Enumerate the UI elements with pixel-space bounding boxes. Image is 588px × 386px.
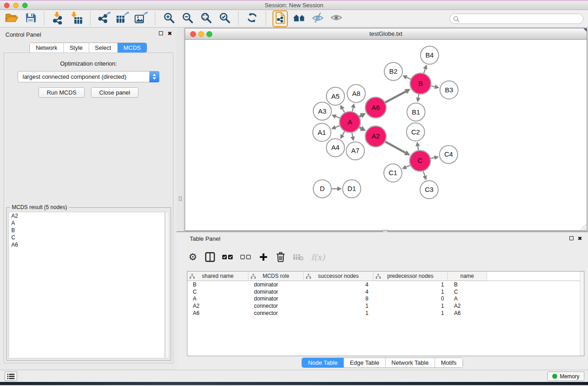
network-zoom-button[interactable]	[206, 31, 212, 37]
import-network-button[interactable]	[51, 11, 65, 26]
select-stepper[interactable]	[149, 71, 159, 82]
network-document-button[interactable]	[272, 10, 288, 27]
control-panel-float-button[interactable]	[159, 31, 163, 35]
zoom-out-button[interactable]	[180, 11, 195, 26]
network-window-titlebar[interactable]: testGlobe.txt	[185, 29, 587, 40]
table-panel-float-button[interactable]	[569, 236, 574, 240]
tab-network-table[interactable]: Network Table	[385, 358, 435, 367]
result-scrollbar[interactable]	[165, 212, 169, 358]
export-table-button[interactable]	[115, 11, 130, 26]
tab-mcds[interactable]: MCDS	[117, 43, 147, 52]
table-row[interactable]: A2connector11A2	[187, 302, 584, 310]
minimize-window-button[interactable]	[13, 3, 19, 8]
table-row[interactable]: A6connector11A6	[187, 310, 584, 317]
graph-edge[interactable]	[406, 77, 411, 79]
result-item[interactable]: A	[9, 219, 164, 227]
refresh-icon	[246, 12, 258, 25]
tab-node-table[interactable]: Node Table	[302, 358, 344, 367]
zoom-fit-button[interactable]	[199, 11, 213, 26]
network-minimize-button[interactable]	[198, 31, 204, 37]
tab-motifs[interactable]: Motifs	[435, 358, 463, 367]
task-history-button[interactable]	[5, 372, 17, 381]
zoom-window-button[interactable]	[22, 3, 28, 8]
open-session-button[interactable]	[5, 11, 19, 26]
delete-table-button[interactable]	[293, 253, 304, 261]
graph-edge-arrowhead	[351, 103, 355, 108]
mcds-result-list[interactable]: A2ABCA6	[9, 212, 165, 358]
graph-edge[interactable]	[418, 94, 419, 98]
close-window-button[interactable]	[4, 3, 10, 8]
graph-edge-arrowhead	[350, 136, 355, 141]
close-panel-button[interactable]: Close panel	[91, 87, 139, 98]
graph-edge[interactable]	[336, 116, 340, 118]
home-layout-button[interactable]	[292, 11, 306, 26]
graph-edge[interactable]	[424, 69, 425, 73]
hide-annotations-button[interactable]	[311, 11, 325, 26]
table-scrollbar[interactable]	[580, 272, 584, 356]
run-mcds-button[interactable]: Run MCDS	[38, 87, 85, 98]
graph-edge-arrowhead	[423, 175, 427, 180]
result-item[interactable]: C	[9, 234, 164, 241]
refresh-button[interactable]	[245, 11, 259, 26]
node-table[interactable]: shared name MCDS role successor nodes pr…	[187, 271, 584, 356]
column-header-mcds-role[interactable]: MCDS role	[249, 272, 304, 281]
deselect-all-columns-button[interactable]	[240, 254, 251, 260]
result-item[interactable]: B	[9, 227, 164, 234]
result-item[interactable]: A6	[9, 241, 164, 248]
graph-node-label: D	[320, 185, 325, 192]
column-header-predecessor-nodes[interactable]: predecessor nodes	[373, 272, 448, 281]
network-canvas[interactable]: B4B2BB3A8A5A6A3B1AC2A1A2A4A7C4CC1DD1C3	[185, 40, 587, 230]
table-panel-close-button[interactable]: ✖	[578, 236, 582, 241]
graph-edge[interactable]	[430, 157, 434, 158]
table-row[interactable]: Bdominator41B	[187, 281, 584, 288]
table-settings-button[interactable]: ⚙	[188, 252, 198, 262]
graph-node-label: B3	[445, 86, 453, 94]
network-close-button[interactable]	[190, 31, 196, 37]
criterion-select[interactable]: largest connected component (directed)	[18, 71, 159, 82]
graph-edge[interactable]	[335, 126, 339, 128]
graph-edge[interactable]	[352, 133, 353, 137]
search-input[interactable]	[462, 14, 580, 23]
graph-edge[interactable]	[406, 165, 410, 167]
graph-edge[interactable]	[359, 127, 361, 128]
memory-button[interactable]: Memory	[547, 372, 584, 381]
zoom-in-button[interactable]	[162, 11, 176, 26]
search-box[interactable]	[449, 14, 583, 24]
column-header-shared-name[interactable]: shared name	[187, 272, 249, 281]
export-network-button[interactable]	[97, 11, 111, 26]
result-item[interactable]: A2	[9, 212, 164, 219]
control-panel-close-button[interactable]: ✖	[167, 31, 172, 36]
function-builder-button[interactable]: f(x)	[311, 253, 325, 262]
table-cell: dominator	[249, 295, 304, 302]
graph-edge[interactable]	[423, 171, 425, 176]
export-image-button[interactable]	[134, 11, 148, 26]
column-header-name[interactable]: name	[448, 272, 487, 281]
split-panel-button[interactable]	[205, 252, 215, 262]
select-all-columns-button[interactable]	[222, 254, 233, 260]
graph-edge[interactable]	[343, 109, 345, 113]
graph-edge[interactable]	[385, 142, 406, 153]
add-column-button[interactable]	[258, 253, 268, 262]
graph-edge[interactable]	[431, 86, 435, 87]
tab-edge-table[interactable]: Edge Table	[344, 358, 385, 367]
import-table-button[interactable]	[69, 11, 84, 26]
table-row[interactable]: Adominator80A	[187, 295, 584, 302]
graph-edge[interactable]	[352, 108, 353, 111]
optimization-criterion-label: Optimization criterion:	[4, 60, 173, 67]
graph-edge[interactable]	[418, 146, 418, 150]
save-session-button[interactable]	[23, 11, 38, 26]
tab-style[interactable]: Style	[63, 43, 89, 52]
graph-edge[interactable]	[343, 131, 345, 135]
vertical-splitter-handle[interactable]	[179, 196, 182, 201]
graph-node-label: A2	[372, 132, 380, 140]
graph-edge[interactable]	[385, 91, 406, 102]
tab-network[interactable]: Network	[30, 43, 63, 52]
zoom-selected-button[interactable]	[217, 11, 232, 26]
graph-node-label: A7	[351, 147, 359, 154]
column-header-successor-nodes[interactable]: successor nodes	[304, 272, 373, 281]
tab-select[interactable]: Select	[89, 43, 117, 52]
show-annotations-button[interactable]	[329, 11, 344, 26]
graph-edge[interactable]	[359, 116, 361, 117]
table-row[interactable]: Cdominator41C	[187, 288, 584, 295]
delete-column-button[interactable]	[276, 252, 286, 262]
